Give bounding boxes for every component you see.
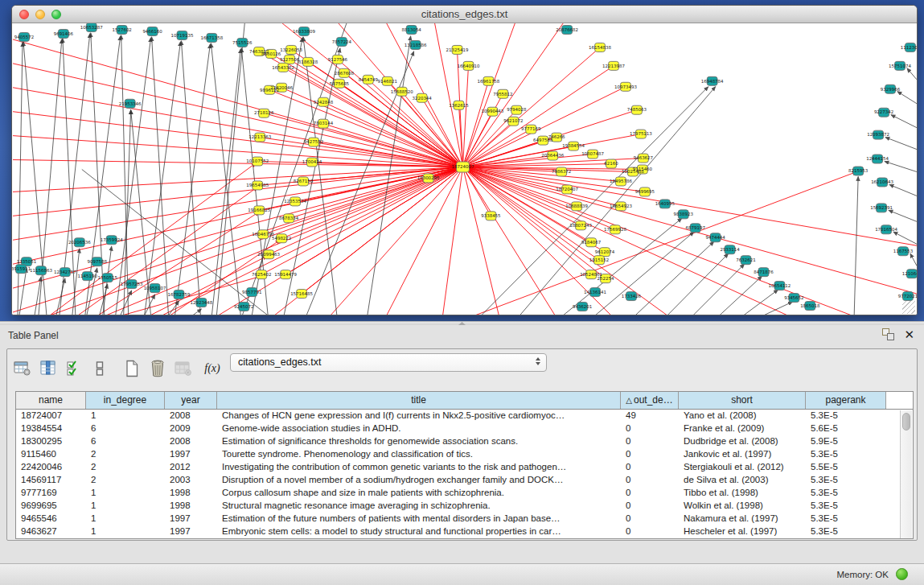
network-node-label: 7803144 <box>314 121 334 126</box>
table-row[interactable]: 2242004622012Investigating the contribut… <box>16 461 913 474</box>
network-node-label: 2718126 <box>254 110 274 115</box>
network-node-label: 16154838 <box>589 45 611 50</box>
network-node-label: 9612074 <box>595 249 615 254</box>
status-bar: Memory: OK <box>0 563 924 585</box>
table-cell: 1997 <box>165 513 217 525</box>
citation-edge-black <box>693 264 745 315</box>
table-cell: Nakamura et al. (1997) <box>679 513 806 525</box>
network-node-label: 15688520 <box>391 89 413 94</box>
table-cell: 5.3E-5 <box>806 448 886 461</box>
citation-edge-red <box>463 167 917 295</box>
network-canvas-svg[interactable]: 1872400718300295746382286601261322605391… <box>12 23 917 315</box>
select-rows-check-icon[interactable] <box>64 358 84 379</box>
network-window[interactable]: citations_edges.txt 18724007183002957463… <box>11 5 918 315</box>
network-window-titlebar[interactable]: citations_edges.txt <box>12 6 917 23</box>
network-node-label: 16948784 <box>701 79 724 84</box>
table-cell: 18724007 <box>16 410 86 422</box>
table-cell: 9777169 <box>16 487 86 500</box>
network-node-label: 9699695 <box>635 189 655 194</box>
table-row[interactable]: 977716911998Corpus callosum shape and si… <box>16 487 913 500</box>
table-cell: 2009 <box>165 422 217 435</box>
column-header-title[interactable]: title <box>217 392 621 409</box>
table-cell: 0 <box>621 461 679 474</box>
float-panel-icon[interactable] <box>882 328 894 340</box>
table-row[interactable]: 1872400712008Changes of HCN gene express… <box>16 410 913 422</box>
table-cell: 1 <box>86 487 165 500</box>
network-node-label: 18300295 <box>417 175 440 180</box>
citation-edge-red <box>281 88 462 167</box>
table-row[interactable]: 1830029562008Estimation of significance … <box>16 435 913 448</box>
table-cell: Tourette syndrome. Phenomenology and cla… <box>217 448 621 461</box>
network-node-label: 62160 <box>604 161 618 166</box>
window-resize-grip[interactable] <box>902 301 915 314</box>
table-cell: 5.5E-5 <box>806 461 886 474</box>
network-node-label: 9227342 <box>874 109 893 114</box>
memory-ok-indicator-icon[interactable] <box>896 568 908 580</box>
table-cell: 1 <box>86 410 165 422</box>
column-header-short[interactable]: short <box>679 392 806 409</box>
citation-edge-black <box>897 92 917 104</box>
network-node-label: 15716485 <box>290 291 313 296</box>
citation-edge-black <box>635 241 714 315</box>
table-cell: 5.3E-5 <box>806 487 886 500</box>
network-node-label: 12342757 <box>54 270 76 274</box>
network-node-label: 17975113 <box>630 131 652 136</box>
table-cell: 5.3E-5 <box>806 513 886 525</box>
table-cell: 0 <box>621 500 679 513</box>
table-row[interactable]: 946554611997Estimation of the future num… <box>16 513 913 525</box>
table-cell: Embryonic stem cells: a model to study s… <box>217 525 621 538</box>
network-node-label: 13226053 <box>280 47 302 52</box>
combo-arrows-icon <box>536 357 540 365</box>
column-header-name[interactable]: name <box>16 392 86 409</box>
column-header-in-degree[interactable]: in_degree <box>86 392 165 409</box>
network-node-label: 8215953 <box>848 168 869 173</box>
select-column-icon[interactable] <box>38 358 59 379</box>
network-canvas[interactable]: 1872400718300295746382286601261322605391… <box>12 23 917 315</box>
table-cell: 0 <box>621 487 679 500</box>
fx-label: f(x) <box>204 362 220 375</box>
table-row[interactable]: 969969511998Structural magnetic resonanc… <box>16 500 913 513</box>
network-node-label: 18807243 <box>569 223 592 228</box>
new-table-icon[interactable] <box>121 358 142 379</box>
delete-table-icon[interactable] <box>147 358 168 379</box>
citation-edge-black <box>519 87 715 315</box>
table-cell: 5.3E-5 <box>806 525 886 538</box>
network-node-label: 20364436 <box>541 153 564 158</box>
network-node-label: 1733426 <box>622 294 642 299</box>
node-table-header: name in_degree year title △out_de… short… <box>16 392 913 410</box>
network-node-label: 16210643 <box>871 179 893 184</box>
table-cell: 5.6E-5 <box>806 422 886 435</box>
table-panel-header: Table Panel ✕ <box>0 325 924 346</box>
citation-edge-black <box>181 41 200 315</box>
scrollbar-thumb[interactable] <box>902 413 910 431</box>
table-row[interactable]: 946362711997Embryonic stem cells: a mode… <box>16 525 913 538</box>
citation-edge-black <box>121 290 132 315</box>
network-node-label: 9794028 <box>507 107 527 112</box>
network-node-label: 5875685 <box>330 81 349 86</box>
close-panel-icon[interactable]: ✕ <box>904 328 914 340</box>
table-cell: Estimation of significance thresholds fo… <box>217 435 621 448</box>
network-node-label: 1527602 <box>112 27 131 32</box>
table-settings-icon[interactable] <box>12 358 33 379</box>
function-builder-icon[interactable]: f(x) <box>199 358 226 379</box>
network-node-label: 10973493 <box>614 84 637 89</box>
column-header-pagerank[interactable]: pagerank <box>806 392 886 409</box>
network-node-label: 9466160 <box>142 29 162 34</box>
column-header-year[interactable]: year <box>165 392 217 409</box>
table-cell: 9463627 <box>16 525 86 538</box>
network-node-label: 20099463 <box>257 252 280 257</box>
table-cell: 2008 <box>165 435 217 448</box>
row-boxes-icon[interactable] <box>89 358 110 379</box>
network-node-label: 7955812 <box>493 92 512 97</box>
citation-edge-black <box>563 218 682 315</box>
table-row[interactable]: 1456911722003Disruption of a novel membe… <box>16 474 913 487</box>
column-header-out-degree[interactable]: △out_de… <box>621 392 679 409</box>
citation-edge-black <box>885 138 917 150</box>
table-row[interactable]: 911546021997Tourette syndrome. Phenomeno… <box>16 448 913 461</box>
network-node-label: 8186328 <box>298 60 318 64</box>
table-row[interactable]: 1938455462009Genome-wide association stu… <box>16 422 913 435</box>
table-vertical-scrollbar[interactable] <box>900 410 912 538</box>
table-chooser-combobox[interactable]: citations_edges.txt <box>230 353 547 372</box>
network-node-label: 15751074 <box>889 64 911 68</box>
network-node-label: 9245072 <box>234 304 253 309</box>
